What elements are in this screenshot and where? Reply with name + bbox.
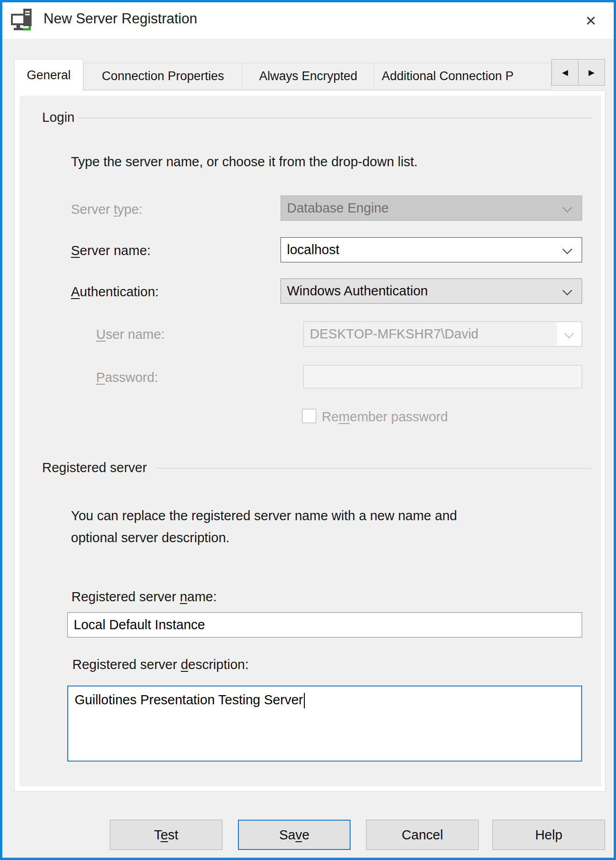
text-cursor [304,693,305,708]
login-intro-text: Type the server name, or choose it from … [71,154,418,169]
login-group-divider [79,118,591,118]
authentication-value: Windows Authentication [281,283,428,299]
server-name-value: localhost [281,242,339,257]
authentication-label: Authentication: [71,284,159,299]
server-type-combobox: Database Engine [281,196,582,221]
cancel-button[interactable]: Cancel [366,820,479,850]
username-value: DESKTOP-MFKSHR7\David [304,327,479,342]
chevron-down-icon [562,203,572,212]
registered-server-group-title: Registered server [42,460,147,475]
registered-intro-line2: optional server description. [71,530,230,545]
registered-server-name-label: Registered server name: [71,589,217,604]
registered-server-name-input[interactable]: Local Default Instance [67,612,582,637]
login-group-title: Login [42,110,75,125]
help-button[interactable]: Help [492,820,605,850]
password-field [303,365,582,388]
username-combobox: DESKTOP-MFKSHR7\David [303,321,582,347]
registered-server-group-divider [157,468,591,468]
registered-server-description-value: Guillotines Presentation Testing Server [75,692,303,707]
registered-intro-line1: You can replace the registered server na… [71,508,457,523]
test-button[interactable]: Test [110,820,222,850]
new-server-registration-dialog: New Server Registration ✕ General Connec… [0,0,616,860]
chevron-down-icon[interactable] [562,245,572,254]
authentication-combobox[interactable]: Windows Authentication [281,278,582,304]
remember-password-checkbox [302,409,316,423]
tab-general[interactable]: General [14,59,83,91]
remember-password-label: Remember password [322,409,448,425]
registered-server-description-textarea[interactable]: Guillotines Presentation Testing Server [67,686,582,762]
server-name-label: Server name: [71,243,151,258]
server-type-value: Database Engine [281,201,389,216]
registered-server-description-label: Registered server description: [72,657,249,672]
server-name-combobox[interactable]: localhost [281,237,582,262]
password-label: Password: [96,370,158,385]
server-type-label: Server type: [71,202,142,217]
chevron-down-icon[interactable] [562,286,572,295]
username-label: User name: [96,327,165,342]
save-button[interactable]: Save [238,820,351,850]
registered-server-name-value: Local Default Instance [68,617,205,632]
